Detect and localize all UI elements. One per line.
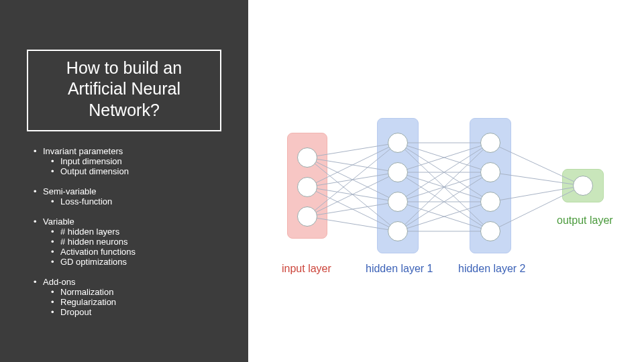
nn-node bbox=[480, 162, 500, 182]
bullet-sub: Normalization bbox=[60, 287, 113, 297]
nn-node bbox=[388, 192, 408, 212]
svg-line-11 bbox=[307, 217, 398, 231]
sidebar: How to build an Artificial Neural Networ… bbox=[0, 0, 248, 362]
nn-node bbox=[480, 192, 500, 212]
bullet-sub: Input dimension bbox=[60, 156, 122, 166]
output-layer-label: output layer bbox=[557, 215, 613, 227]
bullet-group: •Invariant parameters •Input dimension •… bbox=[34, 146, 235, 176]
bullet-label: Add-ons bbox=[43, 277, 75, 287]
nn-node bbox=[388, 162, 408, 182]
bullet-sub: # hidden neurons bbox=[60, 237, 127, 247]
bullet-sub: Activation functions bbox=[60, 247, 136, 257]
bullet-list: •Invariant parameters •Input dimension •… bbox=[34, 146, 235, 327]
svg-line-10 bbox=[307, 202, 398, 217]
slide-title: How to build an Artificial Neural Networ… bbox=[27, 50, 221, 131]
bullet-sub: Dropout bbox=[60, 307, 91, 317]
bullet-sub: Loss-function bbox=[60, 196, 112, 206]
content-area: input layer hidden layer 1 hidden layer … bbox=[248, 0, 644, 362]
svg-line-30 bbox=[490, 186, 583, 202]
hidden2-layer-label: hidden layer 2 bbox=[458, 263, 526, 275]
bullet-group: •Semi-variable •Loss-function bbox=[34, 186, 235, 206]
neural-network-diagram: input layer hidden layer 1 hidden layer … bbox=[262, 127, 624, 302]
bullet-group: •Add-ons •Normalization •Regularization … bbox=[34, 277, 235, 317]
bullet-group: •Variable •# hidden layers •# hidden neu… bbox=[34, 217, 235, 267]
svg-line-9 bbox=[307, 172, 398, 217]
bullet-label: Semi-variable bbox=[43, 186, 96, 196]
svg-line-0 bbox=[307, 143, 398, 158]
bullet-sub: # hidden layers bbox=[60, 227, 119, 237]
bullet-sub: Output dimension bbox=[60, 166, 129, 176]
nn-node bbox=[388, 221, 408, 241]
bullet-label: Invariant parameters bbox=[43, 146, 123, 156]
nn-node bbox=[480, 133, 500, 153]
nn-node bbox=[297, 206, 317, 227]
nn-node bbox=[573, 176, 593, 196]
bullet-sub: GD optimizations bbox=[60, 257, 127, 267]
nn-node bbox=[388, 133, 408, 153]
hidden1-layer-label: hidden layer 1 bbox=[366, 263, 433, 275]
bullet-label: Variable bbox=[43, 217, 74, 227]
input-layer-label: input layer bbox=[282, 263, 331, 275]
svg-line-4 bbox=[307, 143, 398, 187]
nn-node bbox=[297, 147, 317, 168]
bullet-sub: Regularization bbox=[60, 297, 116, 307]
nn-node bbox=[297, 177, 317, 197]
svg-line-8 bbox=[307, 143, 398, 217]
nn-node bbox=[480, 221, 500, 241]
